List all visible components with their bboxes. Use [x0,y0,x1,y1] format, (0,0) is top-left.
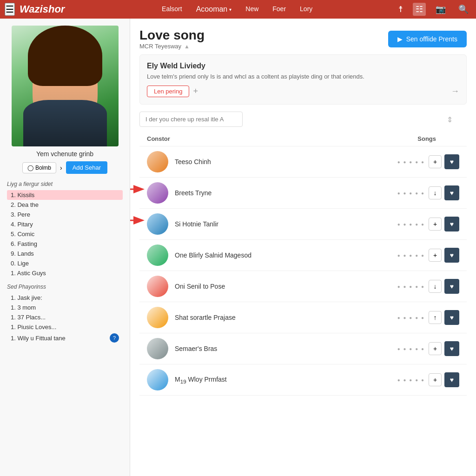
list-item[interactable]: 6. Fasting [7,239,123,249]
artist-thumbnail [147,276,168,297]
dots-icon: ● ● ● ● ● [397,159,425,165]
artist-info: Love song MCR Teyesway ▲ [139,28,379,50]
table-row: One Blirly Salnid Magesod ● ● ● ● ● + ♥ [139,240,467,271]
scroll-indicator: ⇕ [447,115,453,124]
dots-icon: ● ● ● ● ● [397,222,425,227]
annotation-arrow [130,180,149,198]
table-row: Semaer's Bras ● ● ● ● ● + ♥ [139,333,467,364]
search-bar-container: ⇕ [139,112,467,127]
circle-play-icon: ▶ [397,35,403,43]
artist-name: Shat sorartle Prajase [175,314,397,321]
table-row: Shat sorartle Prajase ● ● ● ● ● ↑ ♥ [139,302,467,333]
camera-icon[interactable]: 📷 [433,3,449,16]
dots-icon: ● ● ● ● ● [397,284,425,289]
favorite-button[interactable]: ♥ [444,341,459,356]
artist-table: Constor Songs Teeso Chinh ● ● ● ● ● + ♥ … [139,132,467,396]
artist-subtitle: MCR Teyesway ▲ [139,43,379,50]
artist-name: Semaer's Bras [175,345,397,352]
sidebar-section2-title: Sed Phayorinss [7,284,123,290]
avatar-hair [28,26,102,86]
favorite-button[interactable]: ♥ [444,372,459,387]
add-button[interactable]: + [429,218,442,231]
list-item[interactable]: 1. Kissils [7,190,123,200]
feature-tab-add-button[interactable]: + [193,86,198,96]
top-navigation: ☰ Wazishor Ealsort Acooman New Foer Lory… [0,0,476,19]
dots-icon: ● ● ● ● ● [397,191,425,196]
favorite-button[interactable]: ♥ [444,310,459,325]
artist-thumbnail [147,338,168,359]
list-item[interactable]: 0. Lige [7,258,123,268]
list-item[interactable]: 1. Piusic Loves... [7,322,123,332]
app-logo: Wazishor [20,3,65,15]
list-item[interactable]: 2. Dea the [7,200,123,210]
artist-title: Love song [139,28,379,43]
upload-button[interactable]: ↑ [429,311,442,324]
dots-icon: ● ● ● ● ● [397,346,425,351]
artist-header: Love song MCR Teyesway ▲ ▶ Sen offlide P… [130,19,476,54]
sidebar-secondary-list: 1. Jask jive: 1. 3 mom 1. 37 Placs... 1.… [7,293,123,344]
favorite-button[interactable]: ♥ [444,217,459,231]
favorite-button[interactable]: ♥ [444,185,459,200]
table-row: Oni Senil to Pose ● ● ● ● ● ↓ ♥ [139,271,467,302]
dots-icon: ● ● ● ● ● [397,315,425,320]
list-item[interactable]: 1. Jask jive: [7,293,123,303]
user-icon[interactable]: ☨ [396,3,406,16]
col-header-constor: Constor [147,135,403,142]
annotation-arrow [130,211,149,230]
artist-name: M19 Wloy Prmfast [175,376,397,384]
feature-desc: Love telm's priend only Is is and whcl a… [147,73,459,80]
feature-title: Ely Weld Liviedy [147,62,459,70]
list-item[interactable]: 1. Wily u Fittual tane ? [7,332,123,344]
add-sehar-button[interactable]: Add Sehar [66,161,107,174]
favorite-button[interactable]: ♥ [444,154,459,169]
list-item[interactable]: 1. 3 mom [7,303,123,312]
list-item[interactable]: 3. Pere [7,210,123,219]
profile-actions: ◯ Bolmb › Add Sehar [22,161,107,174]
add-button[interactable]: + [429,155,442,168]
search-icon[interactable]: 🔍 [456,3,471,16]
verified-icon: ▲ [184,43,190,50]
list-item[interactable]: 9. Lands [7,249,123,258]
nav-new[interactable]: New [245,5,258,13]
list-item[interactable]: 4. Pitary [7,219,123,229]
hamburger-icon[interactable]: ☰ [5,3,15,16]
avatar [12,26,119,146]
favorite-button[interactable]: ♥ [444,248,459,263]
artist-thumbnail [147,307,168,328]
favorite-button[interactable]: ♥ [444,279,459,294]
nav-links: Ealsort Acooman New Foer Lory [79,5,396,13]
add-button[interactable]: + [429,373,442,386]
bolmb-button[interactable]: ◯ Bolmb [22,162,56,173]
nav-lory[interactable]: Lory [300,5,312,13]
sidebar-section-title: Liyg a fiergur sidet [7,181,123,187]
artist-thumbnail [147,213,168,235]
dots-icon: ● ● ● ● ● [397,253,425,258]
add-button[interactable]: + [429,342,442,355]
download-button[interactable]: ↓ [429,186,442,199]
search-input[interactable] [139,112,243,127]
artist-thumbnail [147,151,168,172]
nav-ealsort[interactable]: Ealsort [162,5,182,13]
list-item[interactable]: 5. Comic [7,229,123,239]
nav-foer[interactable]: Foer [272,5,286,13]
feature-arrow-icon: → [451,86,459,96]
artist-name: Teeso Chinh [175,158,397,165]
table-row: Breets Tryne ● ● ● ● ● ↓ ♥ [139,178,467,209]
add-button[interactable]: + [429,249,442,262]
nav-acooman[interactable]: Acooman [196,5,232,13]
main-layout: Yem vchenute grinb ◯ Bolmb › Add Sehar L… [0,19,476,476]
list-item[interactable]: 1. 37 Placs... [7,312,123,322]
artist-thumbnail [147,369,168,390]
feature-tabs: Len pering + → [147,86,459,97]
download-button[interactable]: ↓ [429,280,442,293]
profile-section: Yem vchenute grinb ◯ Bolmb › Add Sehar [7,26,123,174]
feature-tab-len-pering[interactable]: Len pering [147,86,189,97]
list-icon[interactable]: ☷ [413,3,426,16]
sidebar-main-list: 1. Kissils 2. Dea the 3. Pere 4. Pitary … [7,190,123,278]
artist-name: Si Hotnie Tanlir [175,220,397,228]
sen-offline-button[interactable]: ▶ Sen offlide Prents [388,31,467,47]
list-item[interactable]: 1. Astic Guys [7,268,123,278]
circle-icon: ◯ [27,165,33,171]
chevron-right-icon[interactable]: › [60,164,62,172]
artist-name: One Blirly Salnid Magesod [175,251,397,259]
